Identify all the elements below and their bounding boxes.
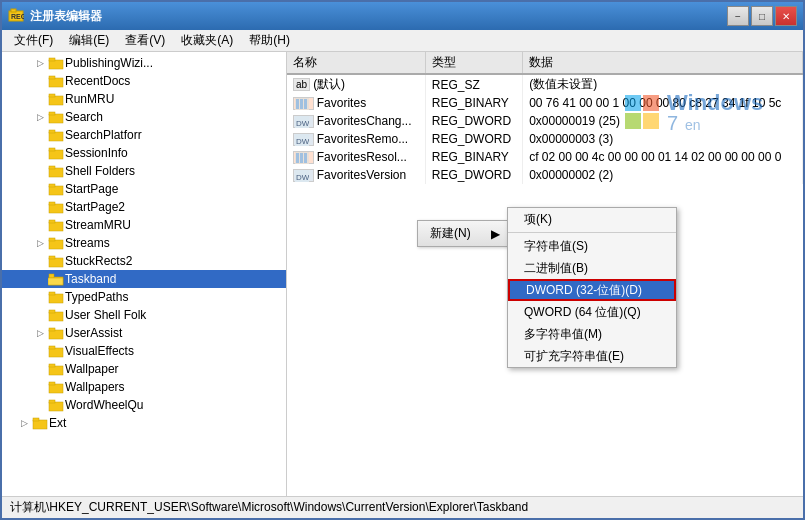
registry-table[interactable]: 名称 类型 数据 ab(默认) REG_SZ (数值未设置) [287,52,803,496]
menu-view[interactable]: 查看(V) [117,30,173,51]
tree-label: Ext [49,416,66,430]
svg-rect-12 [49,130,55,133]
table-row[interactable]: DW FavoritesRemo... REG_DWORD 0x00000003… [287,130,803,148]
expand-spacer [34,165,46,177]
col-name-header: 名称 [287,52,425,74]
svg-rect-5 [49,78,63,87]
tree-item-typedpaths[interactable]: TypedPaths [2,288,286,306]
menu-favorites[interactable]: 收藏夹(A) [173,30,241,51]
status-bar: 计算机\HKEY_CURRENT_USER\Software\Microsoft… [2,496,803,518]
tree-item-taskband[interactable]: Taskband [2,270,286,288]
expand-spacer [34,129,46,141]
svg-rect-38 [49,366,63,375]
svg-rect-18 [49,184,55,187]
tree-item-wallpaper[interactable]: Wallpaper [2,360,286,378]
tree-item-sessioninfo[interactable]: SessionInfo [2,144,286,162]
table-row[interactable]: Favorites REG_BINARY 00 76 41 00 00 1 00… [287,94,803,112]
value-data: 0x00000002 (2) [523,166,803,184]
svg-rect-7 [49,96,63,105]
tree-item-streams[interactable]: ▷ Streams [2,234,286,252]
main-window: REGEDIT 注册表编辑器 − □ ✕ 文件(F) 编辑(E) 查看(V) 收… [0,0,805,520]
folder-icon [48,183,62,196]
menu-edit[interactable]: 编辑(E) [61,30,117,51]
expand-spacer [34,75,46,87]
tree-item-search[interactable]: ▷ Search [2,108,286,126]
menu-help[interactable]: 帮助(H) [241,30,298,51]
tree-label: RecentDocs [65,74,130,88]
value-name: DW FavoritesVersion [287,166,425,184]
regedit-icon: REGEDIT [8,8,24,24]
svg-rect-19 [49,204,63,213]
expand-spacer [34,255,46,267]
tree-item-userassist[interactable]: ▷ UserAssist [2,324,286,342]
svg-rect-6 [49,76,55,79]
tree-item-searchplatform[interactable]: SearchPlatforr [2,126,286,144]
col-data-header: 数据 [523,52,803,74]
folder-open-icon [48,273,62,286]
tree-item-shellfolders[interactable]: Shell Folders [2,162,286,180]
folder-icon [48,75,62,88]
tree-item-runmru[interactable]: RunMRU [2,90,286,108]
expand-icon: ▷ [18,417,30,429]
value-type: REG_BINARY [425,94,522,112]
expand-spacer [34,381,46,393]
expand-spacer [34,363,46,375]
svg-rect-20 [49,202,55,205]
value-name: FavoritesResol... [287,148,425,166]
tree-item-wordwheelquery[interactable]: WordWheelQu [2,396,286,414]
tree-item-publishingwizi[interactable]: ▷ PublishingWizi... [2,54,286,72]
expand-icon: ▷ [34,111,46,123]
expand-spacer [34,219,46,231]
expand-spacer [34,309,46,321]
tree-item-streammru[interactable]: StreamMRU [2,216,286,234]
svg-rect-9 [49,114,63,123]
tree-item-stuckrects2[interactable]: StuckRects2 [2,252,286,270]
tree-label: TypedPaths [65,290,128,304]
tree-item-recentdocs[interactable]: RecentDocs [2,72,286,90]
svg-rect-8 [49,94,55,97]
tree-item-ext[interactable]: ▷ Ext [2,414,286,432]
title-buttons: − □ ✕ [727,6,797,26]
folder-icon [48,381,62,394]
maximize-button[interactable]: □ [751,6,773,26]
tree-item-usershellfolders[interactable]: User Shell Folk [2,306,286,324]
svg-rect-62 [296,153,299,163]
folder-icon [48,93,62,106]
value-name: DW FavoritesRemo... [287,130,425,148]
table-row[interactable]: DW FavoritesChang... REG_DWORD 0x0000001… [287,112,803,130]
svg-rect-10 [49,112,55,115]
value-data: (数值未设置) [523,74,803,94]
tree-item-wallpapers[interactable]: Wallpapers [2,378,286,396]
svg-rect-31 [49,292,55,295]
folder-icon [48,309,62,322]
folder-icon [48,237,62,250]
svg-rect-26 [49,256,55,259]
tree-pane[interactable]: ▷ PublishingWizi... RecentDocs [2,52,287,496]
tree-item-startpage[interactable]: StartPage [2,180,286,198]
svg-rect-29 [48,278,63,285]
svg-rect-13 [49,150,63,159]
tree-label: Search [65,110,103,124]
title-bar: REGEDIT 注册表编辑器 − □ ✕ [2,2,803,30]
tree-pane-inner: ▷ PublishingWizi... RecentDocs [2,52,286,434]
svg-rect-36 [49,348,63,357]
tree-label: User Shell Folk [65,308,146,322]
tree-item-visualeffects[interactable]: VisualEffects [2,342,286,360]
value-type: REG_DWORD [425,166,522,184]
svg-rect-40 [49,384,63,393]
expand-spacer [34,201,46,213]
svg-rect-39 [49,364,55,367]
table-row[interactable]: FavoritesResol... REG_BINARY cf 02 00 00… [287,148,803,166]
svg-rect-63 [300,153,303,163]
tree-item-startpage2[interactable]: StartPage2 [2,198,286,216]
tree-label: Wallpapers [65,380,125,394]
menu-file[interactable]: 文件(F) [6,30,61,51]
tree-label: StartPage2 [65,200,125,214]
svg-rect-14 [49,148,55,151]
folder-icon [48,345,62,358]
title-bar-left: REGEDIT 注册表编辑器 [8,8,102,25]
close-button[interactable]: ✕ [775,6,797,26]
table-row[interactable]: DW FavoritesVersion REG_DWORD 0x00000002… [287,166,803,184]
minimize-button[interactable]: − [727,6,749,26]
table-row[interactable]: ab(默认) REG_SZ (数值未设置) [287,74,803,94]
